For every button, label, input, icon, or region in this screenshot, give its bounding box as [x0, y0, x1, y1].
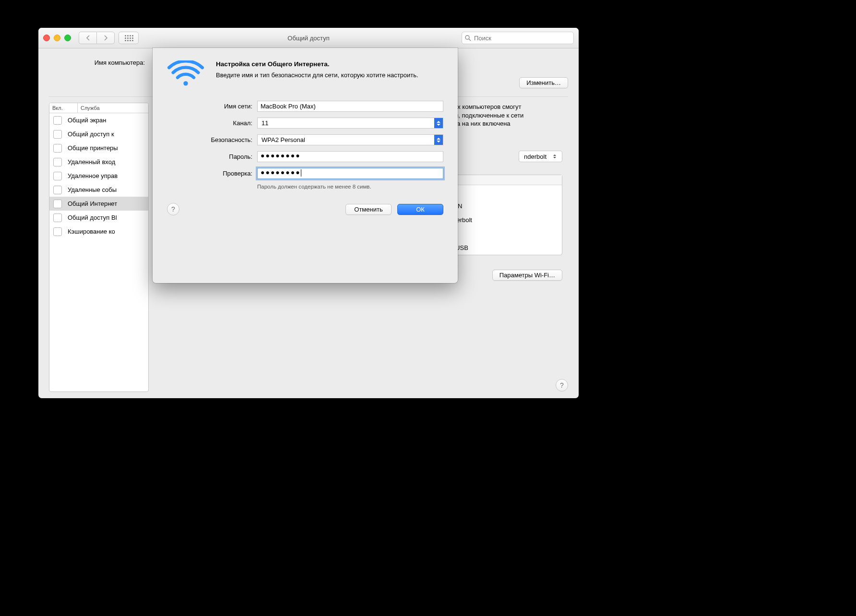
chevron-updown-icon — [550, 152, 559, 161]
verify-input[interactable]: ●●●●●●●● — [257, 168, 443, 179]
password-hint: Пароль должен содержать не менее 8 симв. — [257, 184, 443, 190]
col-enabled-header[interactable]: Вкл. — [49, 103, 78, 113]
service-checkbox[interactable] — [53, 158, 62, 166]
info-text: их компьютеров смогут ы, подключенные к … — [454, 103, 568, 128]
service-row[interactable]: Удаленные собы — [49, 183, 148, 197]
channel-popup[interactable]: 11 — [257, 118, 443, 129]
channel-label: Канал: — [167, 119, 257, 127]
service-checkbox[interactable] — [53, 130, 62, 139]
service-label: Общий доступ к — [68, 130, 114, 138]
service-checkbox[interactable] — [53, 200, 62, 208]
service-label: Общий доступ Bl — [68, 214, 117, 221]
service-row[interactable]: Общий экран — [49, 113, 148, 127]
sheet-subtitle: Введите имя и тип безопасности для сети,… — [216, 71, 418, 80]
service-row[interactable]: Общие принтеры — [49, 141, 148, 155]
service-label: Общий экран — [68, 117, 106, 124]
service-checkbox[interactable] — [53, 144, 62, 153]
service-row[interactable]: Общий доступ к — [49, 127, 148, 141]
service-checkbox[interactable] — [53, 213, 62, 222]
share-from-popup[interactable]: nderbolt — [519, 151, 562, 162]
service-checkbox[interactable] — [53, 116, 62, 125]
service-label: Общие принтеры — [68, 144, 118, 152]
computer-name-label: Имя компьютера: — [49, 58, 148, 66]
service-row[interactable]: Общий Интернет — [49, 197, 148, 211]
service-checkbox[interactable] — [53, 186, 62, 194]
service-label: Кэширование ко — [68, 228, 115, 235]
service-checkbox[interactable] — [53, 227, 62, 236]
security-label: Безопасность: — [167, 136, 257, 143]
verify-label: Проверка: — [167, 170, 257, 177]
service-row[interactable]: Кэширование ко — [49, 225, 148, 238]
security-value: WPA2 Personal — [262, 136, 305, 143]
channel-value: 11 — [262, 119, 268, 127]
password-label: Пароль: — [167, 153, 257, 160]
service-row[interactable]: Общий доступ Bl — [49, 211, 148, 225]
share-from-value: nderbolt — [524, 153, 547, 160]
service-row[interactable]: Удаленный вход — [49, 155, 148, 169]
titlebar: Общий доступ — [38, 28, 579, 48]
sheet-help-button[interactable]: ? — [167, 203, 179, 215]
edit-button[interactable]: Изменить… — [519, 77, 568, 88]
services-table: Вкл. Служба Общий экранОбщий доступ кОбщ… — [49, 103, 149, 392]
service-label: Общий Интернет — [68, 200, 117, 207]
wifi-icon — [167, 60, 204, 89]
service-checkbox[interactable] — [53, 172, 62, 180]
chevron-updown-icon — [434, 118, 443, 128]
password-input[interactable]: ●●●●●●●● — [257, 151, 443, 162]
wifi-options-sheet: Настройка сети Общего Интернета. Введите… — [153, 48, 458, 283]
service-label: Удаленное управ — [68, 172, 118, 179]
network-name-input[interactable] — [257, 101, 443, 112]
window-title: Общий доступ — [38, 35, 579, 42]
col-service-header[interactable]: Служба — [78, 103, 148, 113]
chevron-updown-icon — [434, 135, 443, 145]
text-caret — [301, 169, 301, 177]
cancel-button[interactable]: Отменить — [345, 204, 392, 215]
network-name-label: Имя сети: — [167, 103, 257, 110]
service-row[interactable]: Удаленное управ — [49, 169, 148, 183]
help-button[interactable]: ? — [556, 379, 568, 391]
security-popup[interactable]: WPA2 Personal — [257, 134, 443, 145]
service-label: Удаленные собы — [68, 186, 117, 193]
sheet-title: Настройка сети Общего Интернета. — [216, 60, 418, 68]
service-label: Удаленный вход — [68, 158, 115, 166]
wifi-options-button[interactable]: Параметры Wi-Fi… — [492, 270, 562, 281]
ok-button[interactable]: ОК — [397, 204, 443, 215]
